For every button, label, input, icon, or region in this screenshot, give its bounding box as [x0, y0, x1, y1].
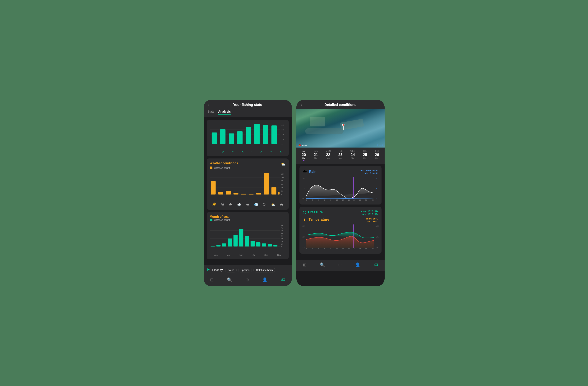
date-mar20[interactable]: SAT 20 Mar: [302, 150, 306, 161]
svg-text:0: 0: [376, 197, 377, 200]
svg-text:30: 30: [281, 129, 284, 131]
svg-text:23: 23: [372, 248, 374, 250]
date-mar26[interactable]: FRI 26 Mar: [375, 150, 379, 161]
svg-text:0: 0: [306, 199, 307, 201]
arrow-3: ←: [231, 150, 234, 153]
pressure-max: max: 1020 hPa: [361, 210, 378, 213]
right-nav-search-icon[interactable]: 🔍: [320, 262, 325, 268]
svg-rect-17: [271, 125, 277, 144]
date-num-1: 21: [314, 153, 318, 157]
right-nav-grid-icon[interactable]: ⊞: [303, 262, 306, 268]
svg-rect-34: [226, 191, 231, 195]
top-chart-section: 40 30 20 10 0 ↓ ↙: [207, 120, 289, 156]
arrow-6: ↗: [260, 150, 262, 153]
svg-text:16: 16: [353, 199, 355, 201]
chip-dates[interactable]: Dates: [225, 268, 237, 272]
date-mar25[interactable]: THU 25 Mar: [363, 150, 367, 161]
date-month-5: Mar: [363, 157, 367, 159]
weather-icons-row: ☀️ 🌤 🌧 ☁️ 🌥 💨 🌫 ⛅ 🌦: [210, 201, 286, 207]
date-mar23[interactable]: TUE 23 Mar: [338, 150, 343, 161]
svg-rect-71: [273, 245, 277, 247]
svg-text:0: 0: [281, 246, 282, 248]
svg-text:20: 20: [365, 199, 367, 201]
date-num-5: 25: [363, 153, 367, 157]
right-nav-add-icon[interactable]: ⊕: [338, 262, 342, 268]
pressure-min: min: 1016 hPa: [361, 213, 378, 216]
left-back-button[interactable]: ←: [208, 103, 211, 107]
arrow-row: ↓ ↙ ← ↖ ↑ ↗ → ↘: [210, 149, 286, 153]
arrow-2: ↙: [222, 150, 224, 153]
svg-text:8: 8: [330, 248, 331, 250]
right-bottom-nav: ⊞ 🔍 ⊕ 👤 🏷: [296, 260, 385, 271]
icon-windy: 💨: [254, 203, 258, 207]
rain-title-row: 🌧 Rain: [303, 169, 316, 174]
date-num-0: 20: [302, 153, 306, 157]
date-mar21[interactable]: SUN 21 Mar: [314, 150, 318, 161]
svg-text:10: 10: [336, 199, 338, 201]
nav-search-icon[interactable]: 🔍: [227, 277, 232, 282]
right-nav-tag-icon[interactable]: 🏷: [374, 262, 378, 268]
temperature-title: Temperature: [309, 218, 329, 222]
nav-grid-icon[interactable]: ⊞: [210, 277, 213, 282]
map-view[interactable]: 🍎 Maps Legal: [296, 109, 385, 148]
map-legal[interactable]: Legal: [378, 144, 383, 146]
right-nav-profile-icon[interactable]: 👤: [355, 262, 360, 268]
svg-rect-65: [239, 229, 243, 247]
svg-text:18: 18: [359, 199, 361, 201]
tab-stats[interactable]: Stats: [208, 109, 214, 114]
svg-text:40: 40: [281, 124, 284, 126]
chip-catch-methods[interactable]: Catch methods: [253, 268, 275, 272]
svg-rect-69: [262, 244, 266, 247]
weather-legend: Catches count: [210, 166, 286, 169]
arrow-5: ↑: [251, 150, 253, 153]
svg-text:20: 20: [365, 248, 367, 250]
svg-rect-32: [210, 181, 215, 194]
date-name-4: WED: [350, 150, 355, 152]
rain-block: 🌧 Rain max: 0.08 mm/h min: 0 mm/h 26 13 …: [299, 166, 381, 204]
right-back-button[interactable]: ←: [300, 103, 304, 107]
date-mar24[interactable]: WED 24 Mar: [350, 150, 355, 161]
left-title: Your fishing stats: [233, 103, 262, 107]
svg-rect-14: [246, 127, 251, 144]
svg-text:16: 16: [353, 248, 355, 250]
weather-title-icon: ⛅: [281, 162, 286, 166]
icon-overcast: 🌥: [246, 203, 249, 207]
map-pin: [342, 124, 344, 130]
svg-text:23: 23: [372, 199, 374, 201]
svg-text:6: 6: [324, 248, 325, 250]
date-mar22[interactable]: MON 22 Mar: [326, 150, 331, 161]
date-active-dot: [303, 160, 304, 161]
svg-text:30: 30: [281, 238, 283, 240]
month-legend: Catches count: [210, 219, 286, 221]
svg-text:1016: 1016: [375, 247, 378, 249]
svg-rect-12: [229, 134, 234, 144]
icon-foggy: 🌫: [263, 203, 266, 207]
rain-max: max: 0.08 mm/h: [360, 169, 378, 172]
left-content: 40 30 20 10 0 ↓ ↙: [204, 117, 292, 265]
apple-maps-icon: 🍎: [298, 144, 301, 146]
icon-shower: 🌦: [280, 203, 283, 207]
date-month-3: Mar: [339, 157, 342, 159]
svg-text:0: 0: [281, 143, 283, 145]
svg-text:80: 80: [281, 180, 283, 182]
svg-rect-70: [268, 244, 272, 247]
svg-text:26: 26: [303, 225, 304, 227]
svg-text:0: 0: [306, 248, 307, 250]
svg-rect-10: [211, 133, 217, 144]
chip-species[interactable]: Species: [238, 268, 252, 272]
tab-analysis[interactable]: Analysis: [218, 109, 231, 114]
right-header: ← Detailed conditions: [296, 100, 385, 109]
svg-text:40: 40: [281, 235, 283, 237]
month-jan: Jan: [214, 254, 218, 256]
left-screen: ← Your fishing stats Stats Analysis 40 3…: [204, 100, 292, 286]
svg-text:0: 0: [303, 197, 303, 200]
nav-add-icon[interactable]: ⊕: [245, 277, 249, 282]
weather-legend-label: Catches count: [214, 166, 230, 169]
svg-text:120: 120: [281, 173, 284, 175]
pressure-temp-block: ◎ Pressure 🌡 Temperature max: 1020 hPa m…: [299, 207, 381, 254]
svg-text:20: 20: [281, 240, 283, 242]
nav-tag-icon[interactable]: 🏷: [281, 277, 285, 282]
nav-profile-icon[interactable]: 👤: [262, 277, 268, 282]
svg-text:2: 2: [312, 199, 313, 201]
svg-text:20: 20: [281, 134, 284, 136]
